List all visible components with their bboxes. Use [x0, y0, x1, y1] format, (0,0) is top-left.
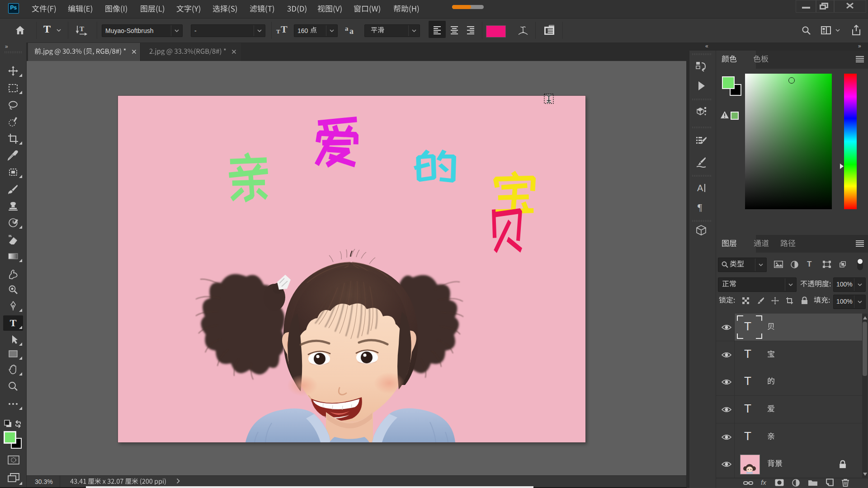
svg-text:T: T — [10, 318, 17, 328]
svg-text:A: A — [697, 183, 703, 193]
svg-text:T: T — [80, 25, 84, 33]
svg-text:¶: ¶ — [698, 202, 702, 213]
